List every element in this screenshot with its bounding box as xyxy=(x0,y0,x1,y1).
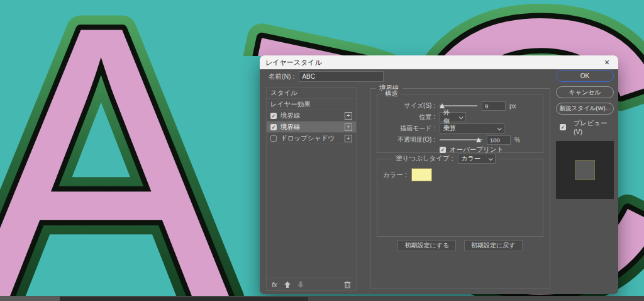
styles-item-layer-effects[interactable]: レイヤー効果 xyxy=(267,99,356,110)
styles-panel: スタイル レイヤー効果 境界線 境界線 ドロップシャドウ fx xyxy=(266,87,357,291)
opacity-slider[interactable] xyxy=(440,139,482,140)
checkbox-unchecked-icon[interactable] xyxy=(270,135,277,142)
name-input[interactable] xyxy=(299,71,384,82)
opacity-label: 不透明度(O) : xyxy=(377,135,435,144)
checkbox-checked-icon[interactable] xyxy=(270,124,277,130)
overprint-checkbox[interactable] xyxy=(440,147,446,153)
ok-button[interactable]: OK xyxy=(556,70,614,82)
size-slider[interactable] xyxy=(440,105,477,106)
opacity-slider-thumb[interactable] xyxy=(476,137,481,142)
opacity-value[interactable]: 100 xyxy=(487,135,511,145)
style-preview-swatch xyxy=(575,160,595,180)
chevron-down-icon xyxy=(459,115,464,119)
chevron-down-icon xyxy=(488,156,492,161)
structure-fieldset: 構造 サイズ(S) : 9 px 位置 : 外側 xyxy=(377,94,543,153)
reset-default-button[interactable]: 初期設定に戻す xyxy=(464,240,522,251)
delete-trash-icon[interactable] xyxy=(344,281,351,288)
status-bar-segment xyxy=(60,297,308,301)
dialog-titlebar[interactable]: レイヤースタイル × xyxy=(260,55,618,69)
add-effect-icon[interactable] xyxy=(345,135,352,142)
color-row: カラー : xyxy=(383,168,432,181)
add-effect-icon[interactable] xyxy=(345,123,352,131)
opacity-unit: % xyxy=(514,137,520,144)
blend-mode-dropdown[interactable]: 乗算 xyxy=(440,123,504,133)
status-bar xyxy=(0,296,644,301)
dialog-title: レイヤースタイル xyxy=(265,58,322,67)
styles-panel-header[interactable]: スタイル xyxy=(267,88,356,99)
style-preview-thumbnail xyxy=(556,141,614,199)
status-bar-segment xyxy=(0,296,60,301)
overprint-label: オーバープリント xyxy=(450,145,503,154)
checkbox-checked-icon[interactable] xyxy=(270,113,277,119)
move-down-icon[interactable] xyxy=(297,281,304,288)
structure-label: 構造 xyxy=(382,89,401,98)
name-row: 名前(N) : xyxy=(269,71,384,82)
cancel-button[interactable]: キャンセル xyxy=(556,86,614,98)
preview-checkbox[interactable] xyxy=(560,124,566,130)
color-label: カラー : xyxy=(383,171,407,179)
preview-row: プレビュー(V) xyxy=(560,119,614,135)
size-label: サイズ(S) : xyxy=(377,101,435,110)
size-unit: px xyxy=(509,103,516,110)
size-value[interactable]: 9 xyxy=(482,101,506,111)
stroke-groupbox: 境界線 構造 サイズ(S) : 9 px 位置 : 外側 xyxy=(370,88,550,288)
close-icon[interactable]: × xyxy=(596,55,618,69)
blend-mode-row: 描画モード : 乗算 xyxy=(377,123,539,133)
name-label: 名前(N) : xyxy=(269,72,294,81)
blend-mode-label: 描画モード : xyxy=(377,124,435,133)
chevron-down-icon xyxy=(497,126,502,130)
make-default-button[interactable]: 初期設定にする xyxy=(397,240,456,251)
defaults-row: 初期設定にする 初期設定に戻す xyxy=(370,240,550,251)
styles-panel-footer: fx xyxy=(267,278,356,290)
fill-type-legend: 塗りつぶしタイプ : カラー xyxy=(392,154,499,164)
size-row: サイズ(S) : 9 px xyxy=(377,101,539,111)
svg-text:A: A xyxy=(0,0,233,301)
styles-item-stroke-1[interactable]: 境界線 xyxy=(267,110,356,122)
fill-type-label: 塗りつぶしタイプ : xyxy=(396,154,453,163)
opacity-row: 不透明度(O) : 100 % xyxy=(377,135,539,145)
fill-type-dropdown[interactable]: カラー xyxy=(458,154,496,164)
move-up-icon[interactable] xyxy=(284,281,291,288)
styles-item-stroke-2-selected[interactable]: 境界線 xyxy=(267,122,356,133)
preview-label: プレビュー(V) xyxy=(574,119,614,135)
layer-style-dialog: レイヤースタイル × 名前(N) : スタイル レイヤー効果 境界線 境界線 xyxy=(260,55,618,294)
styles-item-drop-shadow[interactable]: ドロップシャドウ xyxy=(267,133,356,144)
dialog-actions: OK キャンセル 新規スタイル(W)... プレビュー(V) xyxy=(556,70,614,199)
canvas-letter-a: A A xyxy=(0,0,233,301)
new-style-button[interactable]: 新規スタイル(W)... xyxy=(556,103,614,115)
color-swatch[interactable] xyxy=(411,168,432,181)
fill-type-fieldset: 塗りつぶしタイプ : カラー カラー : xyxy=(377,159,543,237)
position-row: 位置 : 外側 xyxy=(377,112,539,122)
add-effect-icon[interactable] xyxy=(345,112,352,120)
fx-icon[interactable]: fx xyxy=(272,281,277,288)
photoshop-screen: A A B B C C レイヤースタイル × 名前(N) : スタイル xyxy=(0,0,644,301)
size-slider-thumb[interactable] xyxy=(440,103,445,108)
position-label: 位置 : xyxy=(377,113,435,122)
position-dropdown[interactable]: 外側 xyxy=(440,112,466,122)
